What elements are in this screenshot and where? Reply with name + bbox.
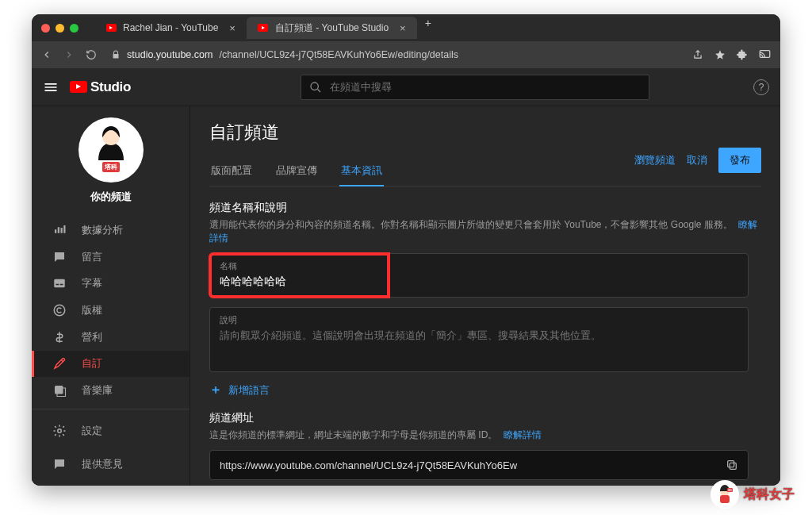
channel-url-value: https://www.youtube.com/channel/UCL9z4-j… xyxy=(220,459,517,471)
avatar[interactable]: 塔科 xyxy=(79,117,144,183)
close-tab-icon[interactable]: × xyxy=(229,22,236,34)
sidebar: 塔科 你的頻道 數據分析 留言 字幕 版權 xyxy=(32,106,190,486)
sidebar-item-label: 數據分析 xyxy=(82,223,123,237)
sidebar-item-customize[interactable]: 自訂 xyxy=(32,351,190,378)
analytics-icon xyxy=(52,223,67,237)
subtitles-icon xyxy=(52,276,67,290)
window-controls xyxy=(41,24,79,33)
monetize-icon xyxy=(52,330,67,344)
sidebar-item-feedback[interactable]: 提供意見 xyxy=(32,448,190,481)
field-label: 名稱 xyxy=(220,260,379,272)
channel-url-field[interactable]: https://www.youtube.com/channel/UCL9z4-j… xyxy=(209,450,749,480)
add-language-button[interactable]: ＋ 新增語言 xyxy=(209,382,761,398)
sidebar-item-settings[interactable]: 設定 xyxy=(32,414,190,448)
close-window-icon[interactable] xyxy=(41,24,50,33)
svg-rect-13 xyxy=(720,495,730,503)
url-input[interactable]: studio.youtube.com/channel/UCL9z4-j7Qt58… xyxy=(108,44,681,65)
share-icon[interactable] xyxy=(692,49,703,60)
title-bar: Rachel Jian - YouTube × 自訂頻道 - YouTube S… xyxy=(32,14,780,41)
tab-layout[interactable]: 版面配置 xyxy=(209,156,254,186)
svg-rect-8 xyxy=(55,386,63,394)
sidebar-item-subtitles[interactable]: 字幕 xyxy=(32,270,190,297)
tab-title: 自訂頻道 - YouTube Studio xyxy=(275,21,389,35)
sidebar-item-label: 自訂 xyxy=(82,356,102,371)
hamburger-icon[interactable] xyxy=(43,79,59,95)
watermark-text: 塔科女子 xyxy=(744,486,795,503)
page-title: 自訂頻道 xyxy=(209,121,761,144)
sidebar-item-audio-library[interactable]: 音樂庫 xyxy=(32,377,190,404)
browser-tab[interactable]: 自訂頻道 - YouTube Studio × xyxy=(247,17,417,39)
sidebar-item-label: 設定 xyxy=(82,424,102,438)
svg-point-7 xyxy=(54,305,65,316)
svg-rect-6 xyxy=(60,284,63,286)
reload-icon[interactable] xyxy=(86,49,97,60)
browser-actions xyxy=(692,49,771,60)
avatar-badge: 塔科 xyxy=(102,162,120,172)
youtube-favicon-icon xyxy=(105,22,117,33)
sidebar-item-analytics[interactable]: 數據分析 xyxy=(32,217,190,244)
sidebar-item-comments[interactable]: 留言 xyxy=(32,244,190,271)
close-tab-icon[interactable]: × xyxy=(400,22,406,34)
back-icon[interactable] xyxy=(41,49,52,60)
cast-icon[interactable] xyxy=(759,49,771,60)
main-content: 自訂頻道 瀏覽頻道 取消 發布 版面配置 品牌宣傳 基本資訊 頻道名稱和說明 選… xyxy=(190,106,780,486)
lock-icon xyxy=(111,50,121,60)
sidebar-item-label: 營利 xyxy=(82,330,102,344)
address-bar: studio.youtube.com/channel/UCL9z4-j7Qt58… xyxy=(32,41,780,68)
extensions-icon[interactable] xyxy=(737,49,748,60)
name-field[interactable]: 名稱 哈哈哈哈哈哈 xyxy=(210,254,389,297)
svg-text:3C: 3C xyxy=(728,488,732,492)
app-body: 塔科 你的頻道 數據分析 留言 字幕 版權 xyxy=(32,106,780,486)
search-input[interactable] xyxy=(301,75,649,100)
customize-icon xyxy=(52,356,67,371)
url-host: studio.youtube.com xyxy=(127,49,213,60)
learn-more-link[interactable]: 瞭解詳情 xyxy=(504,429,542,440)
help-icon[interactable]: ? xyxy=(753,79,769,95)
tab-branding[interactable]: 品牌宣傳 xyxy=(274,156,319,186)
url-path: /channel/UCL9z4-j7Qt58EAVKuhYo6Ew/editin… xyxy=(219,49,458,60)
description-placeholder: 請向觀眾介紹頻道。這個說明會出現在頻道的「簡介」專區、搜尋結果及其他位置。 xyxy=(220,329,738,343)
name-field-row: 名稱 哈哈哈哈哈哈 xyxy=(209,253,749,298)
tab-basic-info[interactable]: 基本資訊 xyxy=(339,156,384,186)
section-subtext: 這是你頻道的標準網址，網址末端的數字和字母是你頻道的專屬 ID。 瞭解詳情 xyxy=(209,429,761,442)
copy-icon[interactable] xyxy=(726,459,738,471)
publish-button[interactable]: 發布 xyxy=(718,148,761,173)
description-field[interactable]: 說明 請向觀眾介紹頻道。這個說明會出現在頻道的「簡介」專區、搜尋結果及其他位置。 xyxy=(209,307,749,372)
view-channel-link[interactable]: 瀏覽頻道 xyxy=(634,153,676,167)
tab-title: Rachel Jian - YouTube xyxy=(123,22,218,33)
copyright-icon xyxy=(52,303,67,317)
browser-window: Rachel Jian - YouTube × 自訂頻道 - YouTube S… xyxy=(32,14,780,486)
sidebar-item-label: 提供意見 xyxy=(82,457,123,471)
cancel-button[interactable]: 取消 xyxy=(687,153,707,167)
youtube-logo-icon xyxy=(70,81,87,93)
svg-point-9 xyxy=(58,429,62,433)
browser-tab[interactable]: Rachel Jian - YouTube × xyxy=(94,17,247,39)
watermark-badge-icon: 3C xyxy=(710,480,739,509)
maximize-window-icon[interactable] xyxy=(70,24,79,33)
search-field[interactable] xyxy=(330,81,641,93)
page-actions: 瀏覽頻道 取消 發布 xyxy=(634,148,761,173)
svg-rect-5 xyxy=(56,284,59,286)
sidebar-item-label: 版權 xyxy=(82,303,102,317)
section-subtext: 選用能代表你的身分和內容的頻道名稱。你對名稱和顯示圖片所做的變更只會套用於 Yo… xyxy=(209,218,761,245)
sidebar-item-copyright[interactable]: 版權 xyxy=(32,297,190,324)
brand-text: Studio xyxy=(90,79,131,95)
forward-icon[interactable] xyxy=(63,49,75,60)
new-tab-button[interactable]: + xyxy=(417,17,439,39)
name-value: 哈哈哈哈哈哈 xyxy=(220,275,379,289)
svg-rect-3 xyxy=(105,147,117,154)
audio-library-icon xyxy=(52,383,67,398)
field-label: 說明 xyxy=(220,314,738,326)
studio-app: Studio ? 塔科 xyxy=(32,68,780,486)
sidebar-item-monetize[interactable]: 營利 xyxy=(32,324,190,351)
bookmark-icon[interactable] xyxy=(714,49,726,60)
svg-rect-4 xyxy=(54,279,65,288)
minimize-window-icon[interactable] xyxy=(56,24,64,33)
comments-icon xyxy=(52,250,67,264)
youtube-favicon-icon xyxy=(258,22,269,33)
svg-point-1 xyxy=(311,83,318,90)
sidebar-item-label: 音樂庫 xyxy=(82,383,113,398)
section-heading: 頻道名稱和說明 xyxy=(209,201,761,215)
studio-logo[interactable]: Studio xyxy=(70,79,131,95)
plus-icon: ＋ xyxy=(209,382,222,398)
